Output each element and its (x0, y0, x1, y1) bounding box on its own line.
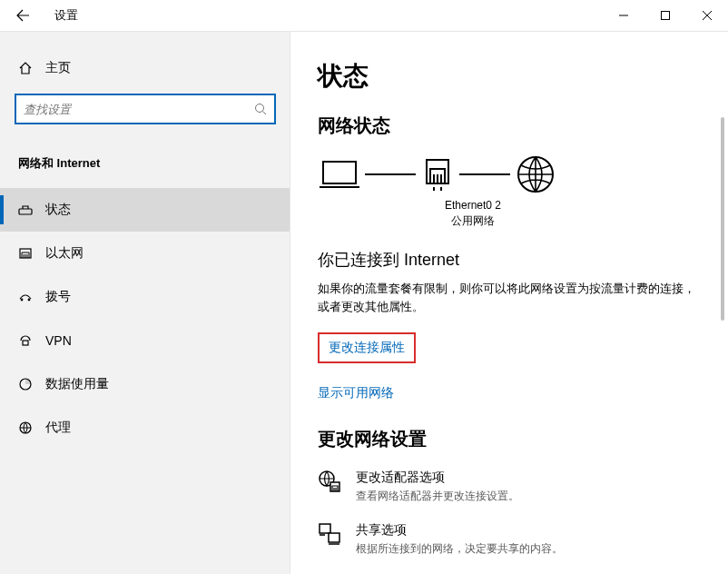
sidebar-item-label: 状态 (45, 202, 71, 218)
connected-description: 如果你的流量套餐有限制，则你可以将此网络设置为按流量计费的连接，或者更改其他属性… (318, 280, 701, 316)
option-desc: 查看网络适配器并更改连接设置。 (356, 489, 519, 504)
close-icon (703, 11, 712, 20)
minimize-icon (619, 11, 628, 20)
search-input[interactable] (24, 103, 254, 116)
ethernet-icon (18, 246, 45, 261)
back-arrow-icon (15, 8, 30, 23)
sidebar-item-data-usage[interactable]: 数据使用量 (0, 362, 290, 406)
svg-rect-2 (19, 209, 32, 214)
svg-point-1 (256, 104, 264, 113)
option-desc: 根据所连接到的网络，决定要共享的内容。 (356, 541, 563, 557)
window-title: 设置 (45, 7, 78, 24)
titlebar: 设置 (0, 0, 728, 32)
sharing-options-icon (318, 522, 341, 546)
svg-rect-15 (329, 533, 339, 542)
connection-line (365, 173, 416, 175)
svg-rect-6 (23, 341, 28, 345)
diagram-labels: Ethernet0 2 公用网络 (414, 198, 532, 229)
close-button[interactable] (686, 0, 728, 32)
sidebar-item-ethernet[interactable]: 以太网 (0, 232, 290, 275)
maximize-icon (661, 11, 670, 20)
sidebar-home[interactable]: 主页 (0, 50, 290, 86)
sidebar: 主页 网络和 Internet 状态 以太网 (0, 32, 290, 574)
scrollbar-thumb[interactable] (721, 117, 724, 321)
section-network-status: 网络状态 (318, 114, 701, 138)
sidebar-item-vpn[interactable]: VPN (0, 319, 290, 362)
back-button[interactable] (0, 0, 45, 32)
svg-rect-14 (320, 524, 330, 533)
sidebar-item-dialup[interactable]: 拨号 (0, 275, 290, 319)
status-icon (18, 203, 45, 217)
data-usage-icon (18, 377, 45, 391)
sidebar-item-proxy[interactable]: 代理 (0, 406, 290, 450)
proxy-icon (18, 421, 45, 435)
svg-rect-0 (662, 12, 670, 20)
network-diagram (320, 154, 701, 194)
link-change-connection-properties[interactable]: 更改连接属性 (329, 340, 405, 356)
sidebar-home-label: 主页 (45, 60, 71, 76)
network-type: 公用网络 (414, 213, 532, 229)
option-change-adapter[interactable]: 更改适配器选项 查看网络适配器并更改连接设置。 (318, 470, 701, 504)
search-box[interactable] (15, 94, 276, 124)
svg-point-5 (28, 299, 31, 302)
section-change-network-settings: 更改网络设置 (318, 427, 701, 451)
sidebar-item-label: VPN (45, 333, 72, 348)
dialup-icon (18, 290, 45, 304)
highlight-box: 更改连接属性 (318, 332, 416, 363)
home-icon (18, 61, 45, 75)
adapter-icon (421, 156, 454, 193)
adapter-name: Ethernet0 2 (414, 198, 532, 213)
sidebar-item-label: 代理 (45, 420, 71, 436)
sidebar-item-label: 数据使用量 (45, 376, 109, 392)
svg-rect-9 (323, 162, 356, 183)
sidebar-nav: 状态 以太网 拨号 VPN (0, 188, 290, 450)
globe-icon (516, 154, 556, 194)
sidebar-item-label: 以太网 (45, 245, 84, 262)
adapter-options-icon (318, 470, 341, 493)
option-title: 更改适配器选项 (356, 470, 519, 486)
sidebar-group-label: 网络和 Internet (0, 135, 290, 179)
link-show-available-networks[interactable]: 显示可用网络 (318, 385, 394, 401)
connected-heading: 你已连接到 Internet (318, 249, 701, 271)
sidebar-item-status[interactable]: 状态 (0, 188, 290, 232)
minimize-button[interactable] (603, 0, 644, 32)
search-icon (254, 103, 267, 115)
sidebar-item-label: 拨号 (45, 289, 71, 305)
connection-line (459, 173, 510, 175)
page-title: 状态 (318, 59, 701, 94)
svg-point-4 (21, 299, 24, 302)
maximize-button[interactable] (644, 0, 686, 32)
option-sharing[interactable]: 共享选项 根据所连接到的网络，决定要共享的内容。 (318, 522, 701, 557)
content-pane: 状态 网络状态 Ethernet0 2 公用网络 你已连接到 Internet … (290, 32, 728, 574)
computer-icon (320, 156, 359, 193)
option-title: 共享选项 (356, 522, 563, 539)
vpn-icon (18, 333, 45, 348)
